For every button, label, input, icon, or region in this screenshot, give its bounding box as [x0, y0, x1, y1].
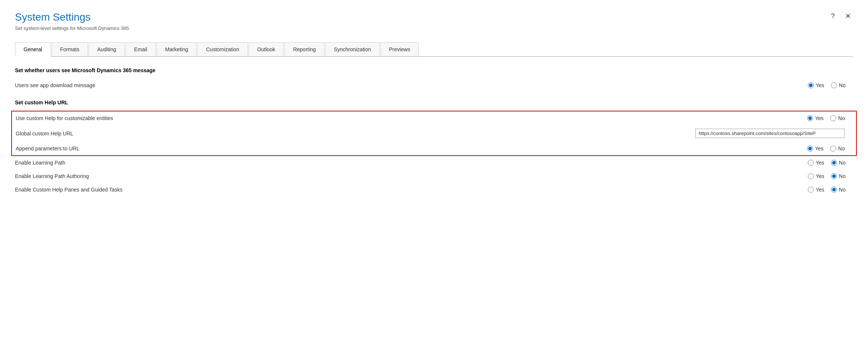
- header-area: System Settings Set system-level setting…: [15, 11, 853, 31]
- append-params-row: Append parameters to URL Yes No: [16, 142, 852, 155]
- enable-learning-path-authoring-control: Yes No: [748, 173, 853, 179]
- use-custom-help-no-option[interactable]: No: [830, 115, 845, 121]
- enable-learning-path-yes-label: Yes: [816, 160, 824, 166]
- tabs-container: GeneralFormatsAuditingEmailMarketingCust…: [15, 42, 853, 57]
- custom-help-section-wrapper: Set custom Help URL Use custom Help for …: [15, 99, 853, 156]
- append-params-yes-option[interactable]: Yes: [807, 146, 824, 151]
- enable-learning-path-yes-radio[interactable]: [808, 160, 814, 166]
- tab-synchronization[interactable]: Synchronization: [325, 42, 380, 56]
- append-params-no-option[interactable]: No: [830, 146, 845, 151]
- enable-custom-help-panes-radio-group: Yes No: [808, 187, 846, 193]
- enable-chp-no-option[interactable]: No: [831, 187, 846, 193]
- tab-general[interactable]: General: [15, 42, 51, 57]
- use-custom-help-row: Use custom Help for customizable entitie…: [16, 111, 852, 125]
- enable-learning-path-authoring-radio-group: Yes No: [808, 173, 846, 179]
- global-help-url-control: [695, 129, 852, 138]
- dynamics-message-heading: Set whether users see Microsoft Dynamics…: [15, 67, 853, 73]
- window-controls: ? ✕: [829, 11, 853, 21]
- page-subtitle: Set system-level settings for Microsoft …: [15, 25, 853, 31]
- enable-lpa-no-radio[interactable]: [831, 173, 837, 179]
- tab-outlook[interactable]: Outlook: [249, 42, 284, 56]
- append-params-yes-radio[interactable]: [807, 146, 813, 151]
- tab-marketing[interactable]: Marketing: [157, 42, 197, 56]
- enable-chp-yes-option[interactable]: Yes: [808, 187, 824, 193]
- use-custom-help-no-radio[interactable]: [830, 115, 836, 121]
- append-params-no-label: No: [838, 146, 845, 151]
- global-help-url-row: Global custom Help URL: [16, 125, 852, 142]
- dynamics-message-section: Set whether users see Microsoft Dynamics…: [15, 67, 853, 92]
- enable-chp-no-radio[interactable]: [831, 187, 837, 193]
- enable-lpa-yes-option[interactable]: Yes: [808, 173, 824, 179]
- app-download-no-option[interactable]: No: [831, 82, 846, 88]
- append-params-yes-label: Yes: [815, 146, 824, 151]
- app-download-message-radio-group: Yes No: [808, 82, 846, 88]
- enable-lpa-no-option[interactable]: No: [831, 173, 846, 179]
- enable-chp-yes-radio[interactable]: [808, 187, 814, 193]
- enable-learning-path-control: Yes No: [748, 160, 853, 166]
- global-help-url-input[interactable]: [695, 129, 845, 138]
- page-title: System Settings: [15, 11, 853, 23]
- append-params-radio-group: Yes No: [807, 146, 845, 151]
- content-area: Set whether users see Microsoft Dynamics…: [15, 57, 853, 196]
- use-custom-help-yes-radio[interactable]: [807, 115, 813, 121]
- custom-help-highlighted-section: Use custom Help for customizable entitie…: [11, 111, 857, 156]
- tab-reporting[interactable]: Reporting: [284, 42, 324, 56]
- enable-chp-no-label: No: [839, 187, 846, 193]
- app-download-yes-radio[interactable]: [808, 82, 814, 88]
- app-download-message-row: Users see app download message Yes No: [15, 79, 853, 92]
- tab-email[interactable]: Email: [126, 42, 156, 56]
- app-download-message-control: Yes No: [748, 82, 853, 88]
- tab-auditing[interactable]: Auditing: [89, 42, 125, 56]
- global-help-url-label: Global custom Help URL: [16, 131, 695, 137]
- append-params-label: Append parameters to URL: [16, 146, 748, 151]
- app-download-yes-label: Yes: [816, 82, 824, 88]
- enable-learning-path-row: Enable Learning Path Yes No: [15, 156, 853, 169]
- close-button[interactable]: ✕: [843, 11, 853, 21]
- use-custom-help-control: Yes No: [748, 115, 852, 121]
- use-custom-help-radio-group: Yes No: [807, 115, 845, 121]
- use-custom-help-label: Use custom Help for customizable entitie…: [16, 115, 748, 121]
- enable-custom-help-panes-label: Enable Custom Help Panes and Guided Task…: [15, 187, 748, 193]
- tab-previews[interactable]: Previews: [381, 42, 419, 56]
- enable-lpa-yes-radio[interactable]: [808, 173, 814, 179]
- enable-learning-path-no-option[interactable]: No: [831, 160, 846, 166]
- help-button[interactable]: ?: [829, 12, 837, 21]
- enable-learning-path-no-label: No: [839, 160, 846, 166]
- custom-help-heading: Set custom Help URL: [15, 99, 853, 105]
- enable-chp-yes-label: Yes: [816, 187, 824, 193]
- tab-formats[interactable]: Formats: [52, 42, 88, 56]
- enable-lpa-no-label: No: [839, 173, 846, 179]
- enable-learning-path-label: Enable Learning Path: [15, 160, 748, 166]
- enable-learning-path-authoring-label: Enable Learning Path Authoring: [15, 173, 748, 179]
- tab-customization[interactable]: Customization: [197, 42, 248, 56]
- app-download-no-radio[interactable]: [831, 82, 837, 88]
- enable-custom-help-panes-row: Enable Custom Help Panes and Guided Task…: [15, 183, 853, 196]
- use-custom-help-no-label: No: [838, 115, 845, 121]
- enable-learning-path-yes-option[interactable]: Yes: [808, 160, 824, 166]
- enable-lpa-yes-label: Yes: [816, 173, 824, 179]
- enable-learning-path-no-radio[interactable]: [831, 160, 837, 166]
- learning-section: Enable Learning Path Yes No: [15, 156, 853, 196]
- use-custom-help-yes-option[interactable]: Yes: [807, 115, 824, 121]
- append-params-no-radio[interactable]: [830, 146, 836, 151]
- append-params-control: Yes No: [748, 146, 852, 151]
- app-download-no-label: No: [839, 82, 846, 88]
- enable-custom-help-panes-control: Yes No: [748, 187, 853, 193]
- enable-learning-path-authoring-row: Enable Learning Path Authoring Yes No: [15, 169, 853, 183]
- enable-learning-path-radio-group: Yes No: [808, 160, 846, 166]
- app-download-yes-option[interactable]: Yes: [808, 82, 824, 88]
- use-custom-help-yes-label: Yes: [815, 115, 824, 121]
- app-download-message-label: Users see app download message: [15, 82, 748, 88]
- page-container: ? ✕ System Settings Set system-level set…: [0, 0, 868, 196]
